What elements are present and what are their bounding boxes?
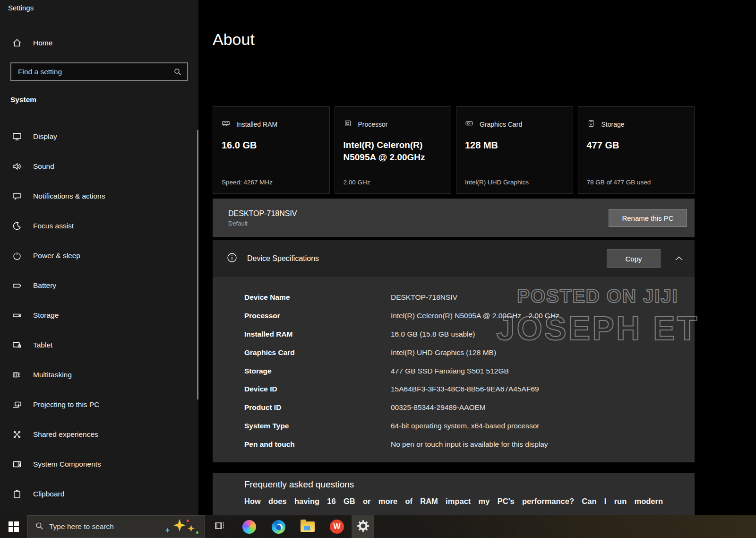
taskbar-search-box[interactable] (27, 515, 205, 538)
card-detail: 2.00 GHz (344, 179, 370, 186)
sidebar-item-label: Power & sleep (33, 252, 80, 260)
sidebar-item-storage[interactable]: Storage (0, 300, 198, 330)
spec-value: Intel(R) UHD Graphics (128 MB) (391, 348, 496, 357)
spec-value: 16.0 GB (15.8 GB usable) (391, 330, 475, 338)
spec-value: 00325-85344-29489-AAOEM (391, 403, 486, 412)
faq-question[interactable]: How does having 16 GB or more of RAM imp… (244, 497, 663, 506)
spec-row: Storage477 GB SSD Fanxiang S501 512GB (244, 362, 695, 380)
spec-row: Device NameDESKTOP-718NSIV (244, 288, 695, 307)
settings-button[interactable] (352, 515, 374, 538)
card-installed-ram: Installed RAM 16.0 GB Speed: 4267 MHz (213, 106, 330, 194)
card-storage: Storage 477 GB 78 GB of 477 GB used (578, 106, 695, 194)
spec-value: 477 GB SSD Fanxiang S501 512GB (391, 367, 509, 375)
card-value: Intel(R) Celeron(R) N5095A @ 2.00GHz (344, 139, 443, 163)
file-explorer-button[interactable] (293, 515, 322, 538)
card-processor: Processor Intel(R) Celeron(R) N5095A @ 2… (335, 106, 452, 194)
card-detail: 78 GB of 477 GB used (587, 179, 651, 186)
wps-office-icon: W (330, 520, 344, 534)
sidebar-item-label: Clipboard (33, 490, 64, 498)
clipboard-icon (12, 489, 22, 499)
copilot-icon (242, 520, 256, 534)
moon-icon (12, 221, 22, 231)
shared-experiences-icon (12, 429, 22, 440)
display-icon (12, 131, 22, 142)
device-specifications-panel: Device NameDESKTOP-718NSIV ProcessorInte… (213, 277, 695, 462)
device-specifications-title: Device Specifications (247, 254, 607, 263)
taskbar-search-input[interactable] (49, 522, 155, 531)
power-icon (12, 251, 22, 261)
sidebar-item-label: Tablet (33, 341, 52, 349)
battery-icon (12, 280, 22, 291)
card-graphics: Graphics Card 128 MB Intel(R) UHD Graphi… (456, 106, 573, 194)
spec-value: Intel(R) Celeron(R) N5095A @ 2.00GHz 2.0… (391, 312, 559, 320)
sidebar-item-display[interactable]: Display (0, 121, 198, 151)
sidebar-item-power-sleep[interactable]: Power & sleep (0, 241, 198, 270)
sidebar-item-label: Projecting to this PC (33, 400, 99, 409)
sidebar-item-label: Focus assist (33, 222, 74, 230)
task-view-button[interactable] (205, 515, 234, 538)
device-name-panel: DESKTOP-718NSIV Default Rename this PC (213, 199, 695, 237)
spec-label: Processor (244, 312, 391, 320)
sidebar: Settings Home System Display Sound (0, 0, 198, 515)
sidebar-item-notifications[interactable]: Notifications & actions (0, 181, 198, 211)
wps-office-button[interactable]: W (322, 515, 352, 538)
card-value: 16.0 GB (222, 139, 321, 152)
sidebar-item-system-components[interactable]: System Components (0, 449, 198, 479)
sidebar-item-battery[interactable]: Battery (0, 270, 198, 300)
sidebar-item-focus-assist[interactable]: Focus assist (0, 211, 198, 241)
ram-icon (222, 119, 230, 130)
chevron-up-icon[interactable] (675, 256, 683, 261)
device-sub: Default (228, 220, 609, 227)
card-detail: Speed: 4267 MHz (222, 179, 273, 186)
windows-logo-icon (9, 521, 19, 532)
spec-row: Pen and touchNo pen or touch input is av… (244, 435, 695, 453)
settings-search-box[interactable] (10, 62, 188, 81)
sidebar-nav: Display Sound Notifications & actions Fo… (0, 121, 198, 509)
spec-label: Installed RAM (244, 330, 391, 338)
app-title: Settings (8, 4, 34, 12)
search-highlights-sparkle-icon[interactable] (161, 515, 205, 538)
taskbar-icons: W (205, 515, 374, 538)
copilot-button[interactable] (234, 515, 264, 538)
gear-icon (357, 520, 369, 534)
card-label: Installed RAM (236, 121, 277, 128)
sidebar-item-multitasking[interactable]: Multitasking (0, 360, 198, 390)
tablet-icon (12, 340, 22, 350)
settings-search-input[interactable] (11, 68, 174, 76)
spec-value: 15A64BF3-3F33-48C6-8B56-9EA67A45AF69 (391, 385, 539, 393)
rename-pc-button[interactable]: Rename this PC (609, 209, 687, 227)
sidebar-item-home[interactable]: Home (0, 34, 198, 52)
sidebar-item-shared-experiences[interactable]: Shared experiences (0, 419, 198, 449)
device-specifications-header[interactable]: Device Specifications Copy (213, 240, 695, 277)
taskbar: W (0, 515, 756, 538)
sidebar-item-sound[interactable]: Sound (0, 151, 198, 181)
task-view-icon (214, 520, 226, 534)
page-title: About (213, 30, 255, 49)
spec-value: 64-bit operating system, x64-based proce… (391, 422, 539, 430)
home-icon (12, 38, 22, 48)
sidebar-item-label: Battery (33, 281, 56, 290)
search-icon[interactable] (174, 68, 181, 76)
spec-row: Device ID15A64BF3-3F33-48C6-8B56-9EA67A4… (244, 380, 695, 399)
sidebar-item-label: Home (33, 39, 52, 47)
start-button[interactable] (0, 515, 27, 538)
sidebar-item-label: Notifications & actions (33, 192, 105, 200)
card-label: Processor (358, 121, 388, 128)
edge-button[interactable] (264, 515, 293, 538)
spec-row: ProcessorIntel(R) Celeron(R) N5095A @ 2.… (244, 307, 695, 325)
card-label: Storage (601, 121, 625, 128)
faq-title: Frequently asked questions (244, 479, 663, 490)
sidebar-item-projecting[interactable]: Projecting to this PC (0, 390, 198, 419)
sidebar-item-label: Storage (33, 311, 59, 320)
sidebar-item-tablet[interactable]: Tablet (0, 330, 198, 360)
copy-button[interactable]: Copy (607, 249, 661, 268)
spec-row: Graphics CardIntel(R) UHD Graphics (128 … (244, 343, 695, 362)
sidebar-item-label: Sound (33, 162, 54, 171)
spec-label: Device Name (244, 293, 391, 302)
cpu-icon (344, 119, 352, 130)
spec-row: System Type64-bit operating system, x64-… (244, 417, 695, 435)
spec-row: Installed RAM16.0 GB (15.8 GB usable) (244, 325, 695, 344)
spec-cards: Installed RAM 16.0 GB Speed: 4267 MHz Pr… (213, 106, 695, 194)
sidebar-item-clipboard[interactable]: Clipboard (0, 479, 198, 509)
spec-label: Device ID (244, 385, 391, 393)
